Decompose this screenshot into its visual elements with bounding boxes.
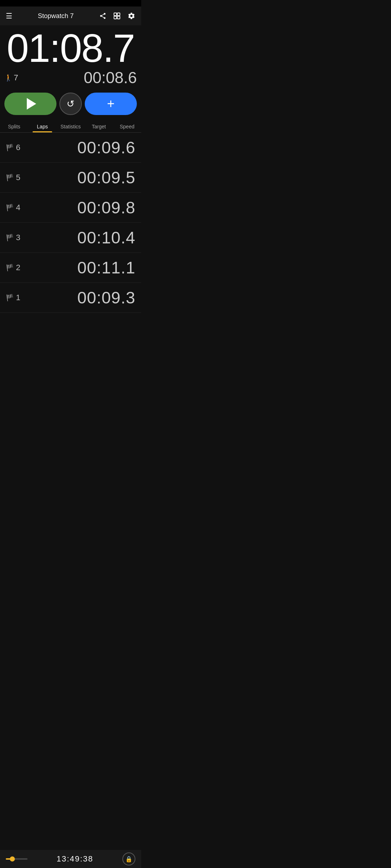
sub-row: 🚶 7 00:08.6 [4,69,137,87]
lap-time-1: 00:09.3 [77,288,135,307]
tab-speed[interactable]: Speed [113,120,141,132]
person-icon: 🚶 [4,74,12,82]
play-button[interactable] [4,93,56,115]
lap-row-4: 🏴 4 00:09.8 [0,193,141,223]
tab-laps[interactable]: Laps [28,120,56,132]
lap-label-3: 🏴 3 [6,233,20,242]
svg-rect-3 [117,16,120,19]
reset-icon: ↺ [67,98,75,110]
flag-icon: 🏴 [6,264,14,272]
lap-time-4: 00:09.8 [77,198,135,217]
lap-label-1: 🏴 1 [6,293,20,302]
reset-button[interactable]: ↺ [59,93,82,115]
lap-row-6: 🏴 6 00:09.6 [0,133,141,163]
lap-time-5: 00:09.5 [77,168,135,187]
tab-splits[interactable]: Splits [0,120,28,132]
lap-label-6: 🏴 6 [6,143,20,152]
tabs-bar: Splits Laps Statistics Target Speed [0,120,141,133]
lap-row-2: 🏴 2 00:11.1 [0,253,141,283]
lap-row-5: 🏴 5 00:09.5 [0,163,141,193]
timer-section: 01:08.7 🚶 7 00:08.6 [0,25,141,88]
menu-button[interactable]: ☰ [6,12,12,20]
header-actions [99,12,135,20]
flag-icon: 🏴 [6,234,14,242]
tab-statistics[interactable]: Statistics [56,120,85,132]
lap-time-3: 00:10.4 [77,228,135,247]
svg-rect-2 [114,16,117,19]
settings-button[interactable] [127,12,135,20]
lap-row-1: 🏴 1 00:09.3 [0,283,141,313]
app-title: Stopwatch 7 [12,12,99,20]
header: ☰ Stopwatch 7 [0,7,141,25]
play-icon [27,98,36,110]
lap-label-2: 🏴 2 [6,263,20,272]
lap-label-5: 🏴 5 [6,173,20,182]
flag-icon: 🏴 [6,174,14,182]
lap-count: 🚶 7 [4,73,18,82]
share-button[interactable] [99,12,106,20]
laps-list: 🏴 6 00:09.6 🏴 5 00:09.5 🏴 4 00:09.8 🏴 3 … [0,133,141,313]
lap-row-3: 🏴 3 00:10.4 [0,223,141,253]
multiwindow-button[interactable] [113,12,121,20]
lap-button[interactable]: + [85,93,137,115]
tab-target[interactable]: Target [85,120,113,132]
svg-rect-1 [117,13,120,16]
status-bar [0,0,141,7]
lap-time-2: 00:11.1 [77,258,135,277]
svg-rect-0 [114,13,117,16]
split-timer: 00:08.6 [84,69,137,87]
lap-time-6: 00:09.6 [77,138,135,157]
lap-label-4: 🏴 4 [6,203,20,212]
main-timer: 01:08.7 [4,28,137,68]
flag-icon: 🏴 [6,294,14,302]
flag-icon: 🏴 [6,144,14,152]
plus-icon: + [107,97,114,110]
control-buttons: ↺ + [0,88,141,120]
flag-icon: 🏴 [6,204,14,212]
